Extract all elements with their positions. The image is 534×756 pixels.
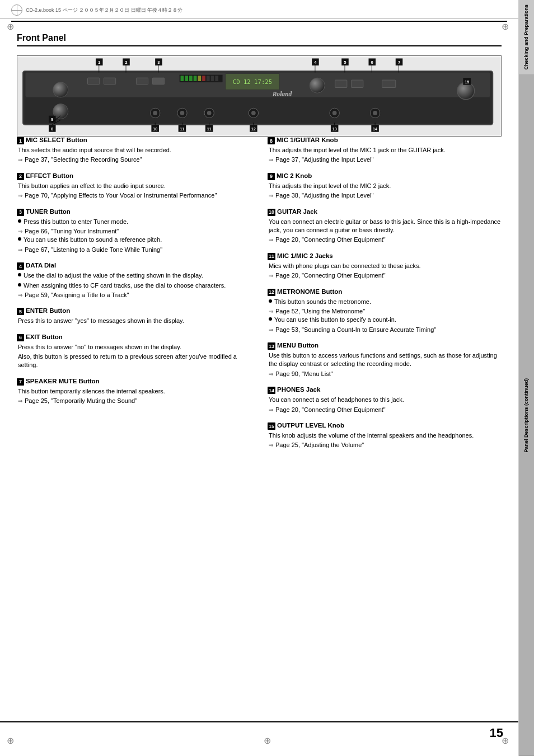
svg-rect-39	[211, 76, 214, 81]
arrow-icon: ⇒	[269, 272, 273, 280]
item-4: 4 DATA Dial Use the dial to adjust the v…	[17, 262, 251, 299]
svg-text:8: 8	[51, 126, 54, 132]
item-4-bullet1: Use the dial to adjust the value of the …	[18, 271, 251, 280]
item-2-num: 2	[17, 173, 24, 180]
corner-mark-bc: ⊕	[264, 735, 271, 746]
svg-rect-30	[152, 78, 164, 84]
item-4-ref: ⇒ Page 59, "Assigning a Title to a Track…	[18, 291, 251, 299]
item-11-num: 11	[268, 253, 275, 260]
item-10-ref: ⇒ Page 20, "Connecting Other Equipment"	[269, 236, 502, 244]
svg-point-25	[53, 82, 68, 97]
svg-rect-32	[181, 76, 184, 81]
item-9: 9 MIC 2 Knob This adjusts the input leve…	[268, 172, 502, 200]
svg-rect-29	[136, 78, 148, 84]
item-8-ref: ⇒ Page 37, "Adjusting the Input Level"	[269, 156, 502, 164]
item-11-label: MIC 1/MIC 2 Jacks	[277, 252, 333, 259]
svg-rect-34	[189, 76, 193, 81]
svg-text:CD  12  17:25: CD 12 17:25	[233, 78, 272, 86]
item-10: 10 GUITAR Jack You can connect an electr…	[268, 208, 502, 245]
item-10-num: 10	[268, 209, 275, 216]
item-8-title: 8 MIC 1/GUITAR Knob	[268, 137, 502, 144]
item-7-num: 7	[17, 378, 24, 386]
svg-text:14: 14	[373, 126, 377, 132]
item-15-text: This knob adjusts the volume of the inte…	[269, 431, 502, 440]
item-3-ref2: ⇒ Page 67, "Listening to a Guide Tone Wh…	[18, 246, 251, 254]
arrow-icon: ⇒	[269, 370, 273, 378]
arrow-icon: ⇒	[269, 442, 273, 449]
svg-point-78	[180, 111, 185, 115]
item-3-bullet1: Press this button to enter Tuner mode.	[18, 218, 251, 226]
bullet-icon	[18, 219, 21, 223]
svg-text:Roland: Roland	[272, 91, 292, 98]
svg-rect-40	[215, 76, 218, 81]
item-9-label: MIC 2 Knob	[277, 172, 312, 179]
item-11-title: 11 MIC 1/MIC 2 Jacks	[268, 252, 502, 260]
item-6-text2: Also, this button is pressed to return t…	[18, 353, 251, 370]
item-1-text: This selects the audio input source that…	[18, 146, 251, 154]
item-12-num: 12	[268, 289, 275, 296]
bullet-icon	[18, 237, 21, 241]
item-15-ref: ⇒ Page 25, "Adjusting the Volume"	[269, 441, 502, 449]
svg-text:11: 11	[180, 126, 184, 132]
item-11: 11 MIC 1/MIC 2 Jacks Mics with phone plu…	[268, 252, 502, 280]
item-9-title: 9 MIC 2 Knob	[268, 172, 502, 180]
item-3: 3 TUNER Button Press this button to ente…	[17, 208, 251, 255]
item-14: 14 PHONES Jack You can connect a set of …	[268, 386, 502, 414]
page-body: Front Panel 1 2 3	[0, 22, 518, 469]
item-8-label: MIC 1/GUITAR Knob	[277, 137, 338, 143]
item-3-ref1: ⇒ Page 66, "Tuning Your Instrument"	[18, 227, 251, 236]
item-3-label: TUNER Button	[26, 208, 71, 215]
item-5-num: 5	[17, 308, 24, 315]
item-2-ref: ⇒ Page 70, "Applying Effects to Your Voc…	[18, 191, 251, 200]
item-13-label: MENU Button	[277, 342, 318, 349]
item-10-text: You can connect an electric guitar or ba…	[269, 218, 502, 235]
item-13-title: 13 MENU Button	[268, 342, 502, 350]
item-5-title: 5 ENTER Button	[17, 307, 251, 315]
arrow-icon: ⇒	[18, 192, 22, 200]
svg-text:10: 10	[153, 126, 157, 132]
svg-rect-33	[185, 76, 188, 81]
bullet-icon	[18, 283, 21, 287]
header-text: CD-2.e.book 15 ページ ２００５年２月２０日 日曜日 午後４時２８…	[26, 7, 182, 14]
svg-text:12: 12	[251, 126, 256, 132]
item-2-text: This button applies an effect to the aud…	[18, 182, 251, 190]
svg-text:4: 4	[314, 60, 317, 65]
item-14-ref: ⇒ Page 20, "Connecting Other Equipment"	[269, 406, 502, 414]
svg-text:1: 1	[98, 60, 101, 65]
corner-mark-bl: ⊕	[7, 735, 14, 746]
item-4-bullet2: When assigning titles to CF card tracks,…	[18, 281, 251, 290]
svg-text:3: 3	[157, 60, 160, 65]
item-1-label: MIC SELECT Button	[26, 137, 87, 143]
bottom-border	[0, 721, 518, 722]
arrow-icon: ⇒	[269, 406, 273, 414]
svg-point-76	[153, 111, 157, 115]
arrow-icon: ⇒	[269, 236, 273, 244]
item-12: 12 METRONOME Button This button sounds t…	[268, 288, 502, 335]
item-5-text: Press this to answer "yes" to messages s…	[18, 317, 251, 325]
item-1: 1 MIC SELECT Button This selects the aud…	[17, 137, 251, 165]
side-tab-section1: Checking and Preparations	[519, 0, 534, 75]
side-tab-label1: Checking and Preparations	[523, 4, 530, 70]
bullet-icon	[269, 299, 272, 303]
side-tab: Checking and Preparations Panel Descript…	[518, 0, 534, 756]
svg-rect-47	[382, 80, 396, 88]
arrow-icon: ⇒	[18, 292, 22, 299]
item-6-num: 6	[17, 334, 24, 341]
item-7-ref: ⇒ Page 25, "Temporarily Muting the Sound…	[18, 397, 251, 405]
svg-text:7: 7	[398, 60, 400, 65]
item-4-title: 4 DATA Dial	[17, 262, 251, 270]
svg-rect-38	[207, 76, 210, 81]
item-14-label: PHONES Jack	[277, 386, 320, 393]
item-4-label: DATA Dial	[26, 262, 56, 269]
svg-rect-45	[335, 80, 347, 88]
svg-rect-27	[87, 78, 99, 84]
item-7-label: SPEAKER MUTE Button	[26, 378, 100, 384]
item-14-text: You can connect a set of headphones to t…	[269, 396, 502, 404]
item-12-bullet2: You can use this button to specify a cou…	[269, 316, 502, 324]
item-7: 7 SPEAKER MUTE Button This button tempor…	[17, 378, 251, 406]
page-title: Front Panel	[17, 33, 502, 46]
arrow-icon: ⇒	[18, 397, 22, 405]
item-7-text: This button temporarily silences the int…	[18, 387, 251, 396]
item-12-label: METRONOME Button	[277, 288, 342, 295]
arrow-icon: ⇒	[269, 192, 273, 200]
